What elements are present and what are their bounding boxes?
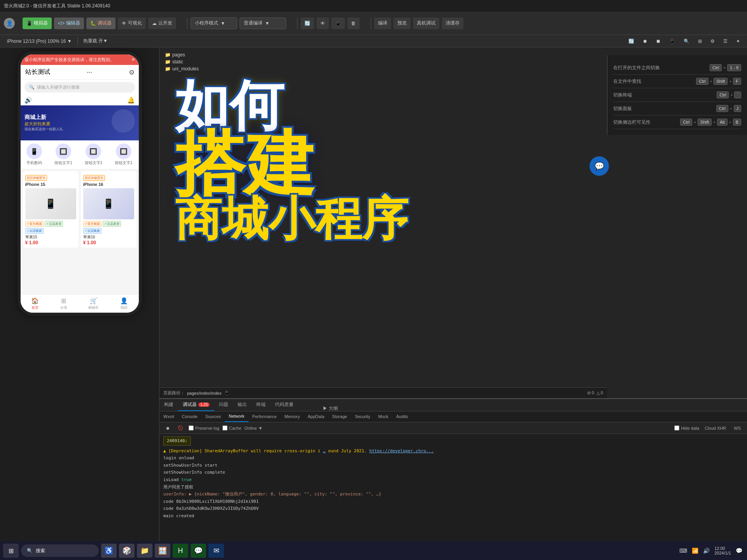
sys-notification[interactable]: 💬 [734, 546, 744, 555]
nav-icon-3[interactable]: 🔲 按钮文字1 [85, 144, 103, 166]
device-frame-btn[interactable]: 📱 [666, 36, 678, 46]
mode-dropdown[interactable]: 小程序模式 ▼ [191, 18, 237, 29]
subtab-console[interactable]: Console [178, 411, 201, 422]
close-icon[interactable]: ✕ [131, 57, 135, 62]
chrome-link[interactable]: https://developer.chro... [369, 448, 434, 453]
key-ctrl-1: Ctrl [710, 64, 722, 71]
cloud-btn[interactable]: ☁ 云开发 [148, 18, 176, 29]
tab-terminal[interactable]: 终端 [252, 399, 270, 411]
titlebar: 萤火商城2.0 - 微信开发者工具 Stable 1.06.2409140 [0, 0, 747, 12]
sys-icon-1[interactable]: ⌨ [678, 546, 689, 555]
record-btn[interactable]: ⏺ [640, 36, 651, 46]
subtab-sources[interactable]: Sources [201, 411, 225, 422]
subtab-memory[interactable]: Memory [281, 411, 304, 422]
file-item-uni-modules[interactable]: 📁 uni_modules [163, 65, 233, 72]
subtab-security[interactable]: Security [351, 411, 374, 422]
taskbar-accessibility[interactable]: ♿ [101, 544, 117, 558]
phone-search-box[interactable]: 🔍 请输入关键字进行搜索 [24, 82, 135, 93]
subtab-network[interactable]: Network [225, 411, 248, 422]
hide-data-label[interactable]: Hide data [674, 425, 699, 430]
product-card-1[interactable]: 百亿补贴官方 iPhone 15 📱 ✓官方精选 ✓正品发货 ✓以旧换新 苹果1… [23, 171, 79, 248]
cache-label[interactable]: Cache [222, 425, 241, 430]
bottom-nav-home[interactable]: 🏠 首页 [31, 297, 39, 310]
start-btn[interactable]: ⊞ [3, 544, 19, 558]
preserve-log-label[interactable]: Preserve log [189, 425, 219, 430]
phone-icon: 📱 [335, 21, 341, 26]
hide-data-checkbox[interactable] [674, 425, 679, 430]
product-card-2[interactable]: 百亿补贴官方 iPhone 16 📱 ✓官方精选 ✓正品发货 ✓以旧换新 苹果1… [81, 171, 136, 248]
subtab-storage[interactable]: Storage [328, 411, 351, 422]
sys-icon-volume[interactable]: 🔊 [702, 546, 711, 555]
debugger-btn[interactable]: 🐛 调试器 [86, 18, 115, 29]
deprecation-link[interactable]: … [323, 448, 326, 453]
preview-eye-btn[interactable]: 👁 [317, 18, 329, 29]
bottom-nav-cart[interactable]: 🛒 购物车 [88, 297, 99, 310]
taskbar-h-app[interactable]: H [173, 544, 188, 558]
tab-issues[interactable]: 问题 [214, 399, 233, 411]
subtab-performance[interactable]: Performance [248, 411, 281, 422]
key-1-9: 1 - 9 [727, 64, 741, 71]
subtab-mock[interactable]: Mock [374, 411, 392, 422]
grid-btn[interactable]: ⊞ [695, 36, 705, 46]
taskbar-unknown1[interactable]: 🎲 [119, 544, 135, 558]
chat-bubble[interactable]: 💬 [590, 156, 609, 176]
console-setshow-start: setShowUserInfo start [163, 462, 743, 469]
tab-debugger[interactable]: 调试器 1.25 [178, 399, 214, 411]
outline-arrow[interactable]: ▶ 大纲 [323, 405, 338, 412]
nav-icon-4[interactable]: 🔲 按钮文字1 [115, 144, 133, 166]
simulator-btn[interactable]: 📱 模拟器 [23, 18, 52, 29]
device-selector[interactable]: iPhone 12/13 (Pro) 100% 16 ▼ [4, 36, 75, 46]
nav-icon-2[interactable]: 🔲 按钮文字1 [54, 144, 72, 166]
online-dropdown[interactable]: Online ▼ [245, 426, 263, 430]
editor-btn[interactable]: </> 编辑器 [54, 18, 84, 29]
nav-icon-1[interactable]: 📱 手机数码 [26, 144, 42, 166]
more-btn[interactable]: ☰ [720, 36, 731, 46]
cache-checkbox[interactable] [222, 425, 227, 430]
clear-cache-btn[interactable]: 🗑 [347, 18, 360, 29]
title-text: 萤火商城2.0 - 微信开发者工具 Stable 1.06.2409140 [4, 3, 110, 9]
hotload-btn[interactable]: 热重载 开▼ [80, 36, 111, 46]
tab-quality[interactable]: 代码质量 [270, 399, 298, 411]
taskbar-files[interactable]: 📁 [137, 544, 152, 558]
clear-network-btn[interactable]: 🚫 [175, 425, 185, 431]
preview-action-btn[interactable]: 预览 [394, 18, 411, 29]
file-item-pages[interactable]: 📁 pages [163, 51, 233, 58]
profile-label: 我的 [121, 305, 128, 310]
star-btn[interactable]: ✦ [733, 36, 743, 46]
shortcut-panel: 切换面板 Ctrl + J [613, 102, 741, 116]
sys-icon-wifi[interactable]: 📶 [690, 546, 700, 555]
subtab-appdata[interactable]: AppData [304, 411, 328, 422]
warning-icon: ▲ [163, 448, 168, 453]
compile-dropdown[interactable]: 普通编译 ▼ [240, 18, 286, 29]
taskbar-wechat[interactable]: 💬 [191, 544, 206, 558]
visual-btn[interactable]: 👁 可视化 [118, 18, 146, 29]
stop-btn[interactable]: ⏹ [653, 36, 664, 46]
bottom-nav-category[interactable]: ⊞ 分类 [60, 297, 67, 310]
cloud-xhr-btn[interactable]: Cloud XHR [702, 425, 728, 431]
subtab-audits[interactable]: Audits [392, 411, 412, 422]
file-item-static[interactable]: 📁 static [163, 58, 233, 65]
tab-build[interactable]: 构建 [159, 399, 178, 411]
preserve-log-checkbox[interactable] [189, 425, 194, 430]
clear-action-btn[interactable]: 清缓存 [442, 18, 464, 29]
refresh-page-btn[interactable]: 🔄 [625, 36, 637, 46]
compile-action-btn[interactable]: 编译 [374, 18, 391, 29]
settings-btn2[interactable]: ⚙ [707, 36, 718, 46]
taskbar-search[interactable]: 🔍 搜索 [21, 544, 99, 557]
zoom-btn[interactable]: 🔍 [681, 36, 693, 46]
avatar[interactable]: 👤 [4, 18, 15, 29]
bottom-nav-profile[interactable]: 👤 我的 [120, 297, 128, 310]
compile-btn[interactable]: 🔄 [301, 18, 314, 29]
real-debug-action-btn[interactable]: 真机调试 [413, 18, 439, 29]
tab-output[interactable]: 输出 [233, 399, 252, 411]
record-network-btn[interactable]: ⏺ [163, 425, 172, 431]
product-label-1: 苹果15 [25, 234, 76, 240]
subtab-wxml[interactable]: Wxml [159, 411, 178, 422]
cache-text: Cache [229, 426, 241, 430]
taskbar-mail[interactable]: ✉ [208, 544, 224, 558]
ws-btn[interactable]: WS [731, 425, 743, 431]
realdevice-btn[interactable]: 📱 [331, 18, 345, 29]
taskbar-store[interactable]: 🪟 [155, 544, 170, 558]
windows-taskbar: ⊞ 🔍 搜索 ♿ 🎲 📁 🪟 H 💬 ✉ ⌨ 📶 🔊 12:002024/1/1… [0, 541, 747, 560]
simulator-label: 模拟器 [34, 20, 48, 26]
